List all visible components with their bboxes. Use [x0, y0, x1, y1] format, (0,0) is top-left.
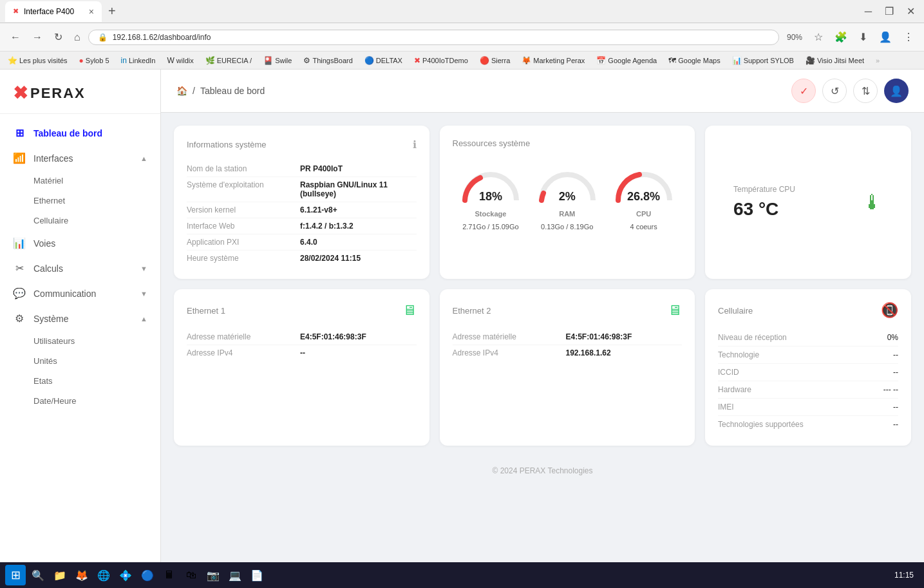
window-close-button[interactable]: ✕	[903, 3, 919, 20]
bookmark-linkedin[interactable]: inLinkedIn	[118, 55, 158, 66]
sidebar-item-calculs[interactable]: ✂ Calculs ▼	[0, 256, 160, 281]
bookmark-deltax[interactable]: 🔵DELTAX	[362, 55, 405, 66]
chevron-up-icon: ▲	[140, 155, 147, 162]
address-bar[interactable]: 🔒 192.168.1.62/dashboard/info	[88, 30, 779, 45]
check-button[interactable]: ✓	[791, 79, 816, 103]
sort-button[interactable]: ⇅	[853, 79, 878, 103]
info-value: 6.1.21-v8+	[300, 205, 337, 214]
cellular-row: IMEI--	[718, 399, 898, 416]
temp-label: Température CPU	[733, 185, 795, 194]
cellular-card: Cellulaire 📵 Niveau de réception0%Techno…	[705, 289, 911, 446]
breadcrumb-separator: /	[193, 86, 195, 96]
sidebar-item-communication[interactable]: 💬 Communication ▼	[0, 281, 160, 306]
info-value: f:1.4.2 / b:1.3.2	[300, 222, 354, 231]
sidebar-item-interfaces[interactable]: 📶 Interfaces ▲	[0, 146, 160, 171]
ram-gauge: 2% RAM 0.13Go / 8.19Go	[535, 165, 599, 231]
sidebar-logo: ✖ PERAX	[0, 70, 160, 114]
refresh-button[interactable]: ↺	[822, 79, 847, 103]
bookmark-sierra[interactable]: 🔴Sierra	[477, 55, 513, 66]
bookmark-button[interactable]: ☆	[810, 28, 827, 46]
resources-title: Ressources système	[453, 138, 683, 148]
sidebar-item-date-heure[interactable]: Date/Heure	[0, 391, 160, 411]
sidebar-item-voies[interactable]: 📊 Voies	[0, 231, 160, 256]
sidebar-item-systeme[interactable]: ⚙ Système ▲	[0, 306, 160, 331]
downloads-button[interactable]: ⬇	[855, 28, 871, 46]
eth2-mac-value: E4:5F:01:46:98:3F	[566, 332, 632, 341]
bookmark-sylob[interactable]: ●Sylob 5	[77, 55, 112, 66]
bookmark-marketing[interactable]: 🦊Marketing Perax	[519, 55, 587, 66]
info-value: PR P400IoT	[300, 164, 343, 173]
dashboard: Informations système ℹ Nom de la station…	[161, 113, 924, 498]
breadcrumb-home-icon[interactable]: 🏠	[176, 86, 187, 96]
bookmark-jitsi[interactable]: 🎥Visio Jitsi Meet	[803, 55, 867, 66]
system-resources-card: Ressources système 18%	[440, 126, 695, 279]
info-label: Interface Web	[187, 222, 290, 231]
browser-tab[interactable]: ✖ Interface P400 ×	[5, 1, 102, 22]
info-row-station: Nom de la station PR P400IoT	[187, 161, 417, 177]
cpu-sub: 4 coeurs	[630, 223, 657, 231]
cellular-rows: Niveau de réception0%Technologie--ICCID-…	[718, 329, 898, 433]
info-value: 6.4.0	[300, 238, 317, 247]
bookmark-eurecia[interactable]: 🌿EURECIA /	[203, 55, 254, 66]
bookmarks-more[interactable]: »	[876, 57, 880, 64]
sidebar-navigation: ⊞ Tableau de bord 📶 Interfaces ▲ Matérie…	[0, 114, 160, 562]
cellular-row: Technologies supportées--	[718, 416, 898, 433]
ram-label: RAM	[559, 210, 575, 218]
bookmark-thingsboard[interactable]: ⚙ThingsBoard	[301, 55, 355, 66]
sidebar-item-tableau-de-bord[interactable]: ⊞ Tableau de bord	[0, 120, 160, 146]
sidebar-item-materiel[interactable]: Matériel	[0, 171, 160, 191]
info-row-app: Application PXI 6.4.0	[187, 234, 417, 251]
storage-value: 18%	[479, 190, 502, 204]
eth1-ipv4-label: Adresse IPv4	[187, 348, 290, 357]
extensions-button[interactable]: 🧩	[831, 28, 851, 46]
sidebar-item-utilisateurs[interactable]: Utilisateurs	[0, 331, 160, 351]
reload-button[interactable]: ↻	[50, 28, 66, 46]
new-tab-button[interactable]: +	[106, 4, 118, 19]
bookmark-wildix[interactable]: Wwildix	[164, 55, 196, 66]
sidebar-item-cellulaire[interactable]: Cellulaire	[0, 211, 160, 231]
info-row-kernel: Version kernel 6.1.21-v8+	[187, 202, 417, 218]
sidebar-item-ethernet[interactable]: Ethernet	[0, 191, 160, 211]
storage-gauge: 18% Stockage 2.71Go / 15.09Go	[458, 165, 523, 231]
tab-close-button[interactable]: ×	[89, 6, 94, 17]
sidebar-item-label: Système	[33, 314, 68, 324]
bookmark-google-maps[interactable]: 🗺Google Maps	[666, 55, 722, 66]
ram-value: 2%	[559, 190, 576, 204]
ram-sub: 0.13Go / 8.19Go	[541, 223, 593, 231]
sidebar: ✖ PERAX ⊞ Tableau de bord 📶 Interfaces ▲…	[0, 70, 161, 562]
eth1-ipv4-row: Adresse IPv4 --	[187, 345, 417, 361]
no-signal-icon: 📵	[881, 302, 898, 319]
menu-button[interactable]: ⋮	[900, 28, 918, 46]
bookmark-google-agenda[interactable]: 📅Google Agenda	[594, 55, 659, 66]
systeme-icon: ⚙	[13, 312, 26, 325]
storage-sub: 2.71Go / 15.09Go	[462, 223, 518, 231]
app-container: ✖ PERAX ⊞ Tableau de bord 📶 Interfaces ▲…	[0, 70, 924, 562]
sidebar-item-etats[interactable]: Etats	[0, 371, 160, 391]
cellular-row: Niveau de réception0%	[718, 329, 898, 346]
calculs-icon: ✂	[13, 262, 26, 274]
info-row-os: Système d'exploitation Raspbian GNU/Linu…	[187, 177, 417, 202]
forward-button[interactable]: →	[28, 29, 46, 46]
ethernet2-icon: 🖥	[668, 302, 682, 319]
cpu-value: 26.8%	[627, 190, 660, 204]
sidebar-item-unites[interactable]: Unités	[0, 351, 160, 371]
footer: © 2024 PERAX Technologies	[174, 456, 911, 486]
bookmark-p400iot[interactable]: ✖P400IoTDemo	[411, 55, 471, 66]
bookmark-support-sylob[interactable]: 📊Support SYLOB	[730, 55, 797, 66]
info-row-time: Heure système 28/02/2024 11:15	[187, 251, 417, 266]
info-value: 28/02/2024 11:15	[300, 254, 361, 263]
user-avatar-button[interactable]: 👤	[884, 79, 909, 103]
window-minimize-button[interactable]: ─	[861, 3, 876, 20]
window-restore-button[interactable]: ❐	[881, 3, 898, 20]
interfaces-icon: 📶	[13, 152, 26, 164]
bookmark-swile[interactable]: 🎴Swile	[261, 55, 294, 66]
info-icon[interactable]: ℹ	[413, 138, 417, 151]
back-button[interactable]: ←	[6, 29, 24, 46]
account-button[interactable]: 👤	[875, 28, 896, 46]
sidebar-item-label: Voies	[33, 238, 55, 249]
communication-icon: 💬	[13, 287, 26, 299]
home-button[interactable]: ⌂	[70, 29, 84, 46]
eth2-mac-label: Adresse matérielle	[453, 332, 556, 341]
bookmark-les-plus-visites[interactable]: ⭐Les plus visités	[5, 55, 70, 66]
system-info-card: Informations système ℹ Nom de la station…	[174, 126, 429, 279]
